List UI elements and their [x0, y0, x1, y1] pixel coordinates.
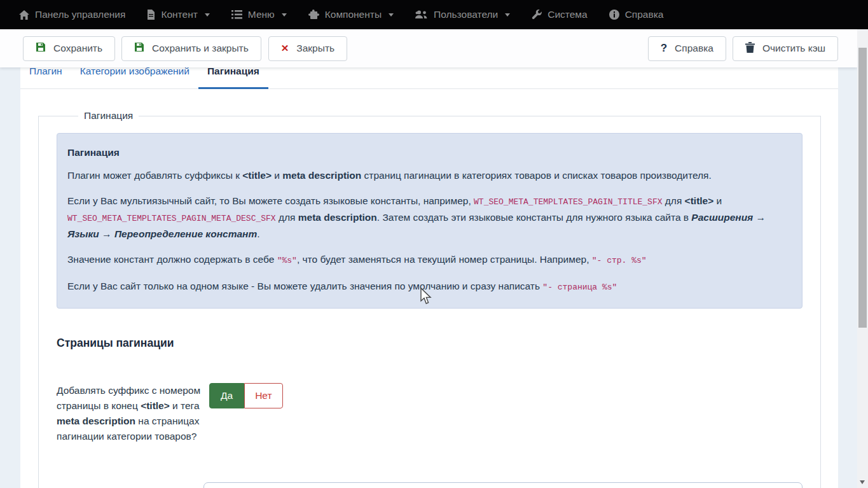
vertical-scrollbar[interactable]	[857, 29, 868, 488]
menu-item-label: Справка	[625, 9, 664, 20]
close-button-label: Закрыть	[296, 43, 334, 54]
menu-components[interactable]: Компоненты	[308, 9, 394, 20]
chevron-down-icon	[205, 13, 210, 17]
menu-item-label: Контент	[161, 9, 197, 20]
chevron-down-icon	[505, 13, 510, 17]
close-icon: ✕	[281, 43, 289, 54]
suffix-toggle: Да Нет	[209, 383, 283, 444]
next-field-partial	[203, 482, 803, 488]
info-box-heading: Пагинация	[67, 145, 792, 160]
info-paragraph: Плагин может добавлять суффиксы к <title…	[67, 168, 792, 183]
clear-cache-button-label: Очистить кэш	[762, 43, 825, 54]
scrollbar-down-arrow[interactable]	[860, 480, 865, 484]
suffix-field-row: Добавлять суффикс с номером страницы в к…	[57, 383, 820, 444]
close-button[interactable]: ✕ Закрыть	[268, 36, 347, 61]
fieldset-legend: Пагинация	[78, 110, 139, 122]
question-icon: ?	[661, 42, 667, 55]
save-button-label: Сохранить	[53, 43, 102, 54]
save-icon	[134, 42, 144, 55]
help-button[interactable]: ? Справка	[648, 36, 726, 61]
clear-cache-button[interactable]: Очистить кэш	[733, 36, 838, 61]
menu-menus[interactable]: Меню	[231, 9, 287, 20]
toggle-no-button[interactable]: Нет	[244, 383, 282, 408]
save-close-button[interactable]: Сохранить и закрыть	[121, 36, 261, 61]
info-icon	[609, 10, 619, 20]
chevron-down-icon	[389, 13, 394, 17]
save-button[interactable]: Сохранить	[23, 36, 115, 61]
document-icon	[147, 10, 155, 20]
menu-content[interactable]: Контент	[147, 9, 209, 20]
toggle-yes-button[interactable]: Да	[209, 383, 244, 408]
menu-item-label: Панель управления	[35, 9, 125, 20]
admin-menubar: Панель управления Контент Меню Компонент…	[0, 0, 868, 29]
chevron-down-icon	[282, 13, 287, 17]
menu-item-label: Компоненты	[325, 9, 382, 20]
menu-system[interactable]: Система	[532, 9, 587, 20]
menu-item-label: Пользователи	[434, 9, 498, 20]
save-close-button-label: Сохранить и закрыть	[152, 43, 249, 54]
wrench-icon	[532, 10, 542, 20]
menu-users[interactable]: Пользователи	[415, 9, 510, 20]
help-button-label: Справка	[675, 43, 713, 54]
trash-icon	[745, 42, 755, 55]
content-card: Плагин Категории изображений Пагинация П…	[20, 61, 838, 488]
info-paragraph: Значение констант должно содержать в себ…	[67, 252, 792, 268]
puzzle-icon	[308, 10, 319, 20]
section-heading: Страницы пагинации	[57, 337, 820, 350]
menu-help[interactable]: Справка	[609, 9, 664, 20]
menu-item-label: Система	[548, 9, 587, 20]
list-icon	[231, 10, 242, 19]
toolbar: Сохранить Сохранить и закрыть ✕ Закрыть …	[0, 29, 857, 67]
menu-dashboard[interactable]: Панель управления	[19, 9, 125, 20]
users-icon	[415, 10, 428, 19]
save-icon	[36, 42, 46, 55]
pagination-info-box: Пагинация Плагин может добавлять суффикс…	[57, 133, 803, 309]
menu-item-label: Меню	[248, 9, 275, 20]
info-paragraph: Если у Вас сайт только на одном языке - …	[67, 279, 792, 295]
info-paragraph: Если у Вас мультиязычный сайт, то Вы мож…	[67, 193, 792, 242]
home-icon	[19, 10, 29, 20]
pagination-fieldset: Пагинация Пагинация Плагин может добавля…	[38, 110, 821, 488]
scrollbar-thumb[interactable]	[858, 48, 867, 328]
suffix-field-label: Добавлять суффикс с номером страницы в к…	[57, 383, 209, 444]
